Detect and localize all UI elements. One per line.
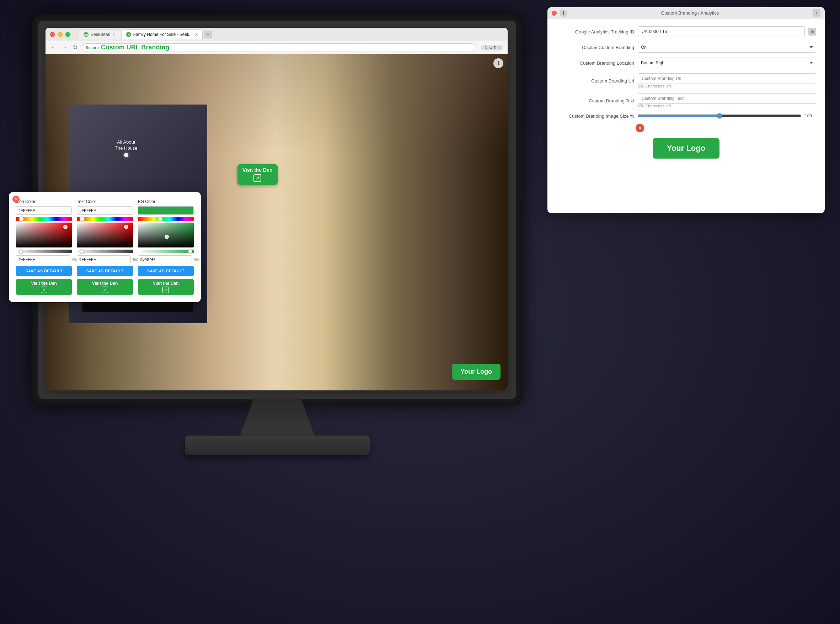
icon-color-gradient[interactable] (16, 222, 72, 247)
icon-color-input[interactable] (16, 206, 72, 215)
panel-info-icon[interactable]: ℹ (559, 9, 567, 17)
bg-visit-den-preview[interactable]: Visit the Den ↗ (138, 279, 194, 295)
panel-close-button[interactable] (552, 11, 557, 15)
panel-upload-icon[interactable]: ↑ (813, 9, 820, 17)
icon-gradient-knob[interactable] (63, 225, 68, 229)
text-color-input[interactable] (77, 206, 133, 215)
bg-visit-den-text: Visit the Den (153, 281, 178, 286)
text-rainbow-knob[interactable] (80, 216, 85, 221)
text-hex-input[interactable] (77, 255, 131, 263)
house-label-text: All AboutThe House (115, 139, 137, 151)
bg-color-gradient[interactable] (138, 222, 194, 247)
bg-save-default-button[interactable]: SAVE AS DEFAULT (138, 266, 194, 276)
icon-hex-input[interactable] (16, 255, 70, 263)
your-logo-button[interactable]: Your Logo (452, 364, 500, 380)
bg-color-title: BG Color (138, 199, 194, 204)
text-opacity-bar[interactable] (77, 250, 133, 253)
text-hex-row: hex (77, 255, 133, 263)
icon-opacity-bar[interactable] (16, 250, 72, 253)
bg-hex-row: hex (138, 255, 194, 263)
tab-seekbeak-close[interactable]: ✕ (112, 32, 116, 37)
traffic-light-green[interactable] (65, 32, 70, 37)
tab-family-home-close[interactable]: ✕ (195, 32, 198, 37)
url-char-note: 250 Characters left. (638, 84, 816, 88)
tab-seekbeak-label: SeekBeak (91, 32, 110, 37)
bg-color-section: BG Color hex SAVE AS DEFAULT Visit the D… (138, 199, 194, 295)
icon-rainbow-knob[interactable] (19, 216, 24, 221)
text-visit-den-icon: ↗ (102, 287, 108, 293)
icon-color-section: Icon Color hex SAVE AS DEFAULT Visit the… (16, 199, 72, 295)
bg-opacity-knob[interactable] (188, 249, 192, 253)
branding-url-input[interactable] (638, 73, 816, 84)
tab-family-home[interactable]: 🏠 Family Home For Sale - Seek... ✕ (122, 29, 202, 39)
traffic-light-yellow[interactable] (57, 32, 63, 37)
delete-icon[interactable]: ✕ (636, 124, 644, 132)
icon-color-title: Icon Color (16, 199, 72, 204)
info-hotspot[interactable]: ℹ (493, 58, 503, 68)
tab-family-home-label: Family Home For Sale - Seek... (133, 32, 193, 37)
bg-rainbow-bar[interactable] (138, 217, 194, 221)
back-button[interactable]: ← (50, 44, 57, 51)
custom-branding-panel: ℹ Custom Branding / Analytics ↑ Google A… (547, 7, 825, 213)
text-rainbow-bar[interactable] (77, 217, 133, 221)
house-label[interactable]: All AboutThe House (115, 139, 137, 157)
bg-hex-input[interactable] (138, 255, 192, 263)
icon-visit-den-preview[interactable]: Visit the Den ↗ (16, 279, 72, 295)
display-custom-branding-row: Display Custom Branding On Off (556, 42, 816, 53)
branding-text-row: Custom Branding Text 250 Characters left… (556, 93, 816, 108)
display-custom-branding-select[interactable]: On Off (638, 42, 816, 53)
text-gradient-knob[interactable] (124, 225, 128, 229)
icon-visit-den-icon: ↗ (41, 287, 47, 293)
display-custom-branding-label: Display Custom Branding (556, 45, 634, 50)
monitor-stand-base (185, 436, 370, 455)
new-tab-button[interactable]: + (204, 31, 212, 39)
refresh-button[interactable]: ↻ (71, 44, 79, 51)
image-size-slider[interactable] (638, 113, 801, 119)
image-size-value: 100 (805, 113, 816, 118)
monitor: SB SeekBeak ✕ 🏠 Family Home For Sale - S… (32, 14, 537, 590)
hotspot-dot (124, 153, 128, 157)
icon-hex-row: hex (16, 255, 72, 263)
text-color-gradient[interactable] (77, 222, 133, 247)
forward-button[interactable]: → (60, 44, 68, 51)
google-analytics-icon[interactable]: ⊞ (808, 28, 816, 36)
new-tab-pill[interactable]: New Tab (481, 45, 503, 51)
family-home-favicon: 🏠 (126, 32, 131, 37)
branding-location-select[interactable]: Bottom Right Bottom Left Top Right Top L… (638, 57, 816, 68)
color-picker-panel: ✕ Icon Color hex SAVE AS DEFAULT Visit t… (9, 192, 201, 302)
close-icon: ✕ (15, 197, 17, 201)
bg-opacity-bar[interactable] (138, 250, 194, 253)
google-analytics-row: Google Analytics Tracking ID ⊞ (556, 26, 816, 37)
google-analytics-label: Google Analytics Tracking ID (556, 29, 634, 34)
browser-titlebar: SB SeekBeak ✕ 🏠 Family Home For Sale - S… (45, 28, 508, 41)
address-bar[interactable]: Secure Custom URL Branding (82, 43, 475, 52)
visit-den-label: Visit the Den (242, 167, 273, 173)
icon-save-default-button[interactable]: SAVE AS DEFAULT (16, 266, 72, 276)
info-icon: ℹ (498, 60, 499, 66)
icon-opacity-knob[interactable] (19, 249, 23, 253)
text-opacity-knob[interactable] (80, 249, 84, 253)
text-save-default-button[interactable]: SAVE AS DEFAULT (77, 266, 133, 276)
branding-text-input[interactable] (638, 93, 816, 104)
bg-color-input[interactable] (138, 206, 194, 215)
visit-den-hotspot[interactable]: Visit the Den ↗ (238, 164, 278, 185)
secure-badge: Secure (86, 45, 99, 50)
image-size-row: Custom Branding Image Size % 100 (556, 113, 816, 119)
bg-rainbow-knob[interactable] (158, 216, 163, 221)
text-visit-den-preview[interactable]: Visit the Den ↗ (77, 279, 133, 295)
branding-text-label: Custom Branding Text (556, 98, 634, 103)
text-visit-den-text: Visit the Den (92, 281, 118, 286)
panel-title: Custom Branding / Analytics (570, 10, 810, 15)
icon-rainbow-bar[interactable] (16, 217, 72, 221)
tab-seekbeak[interactable]: SB SeekBeak ✕ (79, 29, 120, 39)
traffic-light-red[interactable] (50, 32, 55, 37)
bg-gradient-knob[interactable] (165, 235, 169, 239)
google-analytics-input[interactable] (638, 26, 805, 37)
external-link-icon: ↗ (253, 174, 261, 182)
browser-addressbar: ← → ↻ Secure Custom URL Branding New Tab (45, 41, 508, 54)
your-logo-button[interactable]: Your Logo (653, 138, 720, 159)
icon-visit-den-text: Visit the Den (31, 281, 57, 286)
seekbeak-favicon: SB (83, 32, 88, 37)
color-panel-close[interactable]: ✕ (12, 196, 20, 203)
panel-titlebar: ℹ Custom Branding / Analytics ↑ (547, 7, 825, 19)
